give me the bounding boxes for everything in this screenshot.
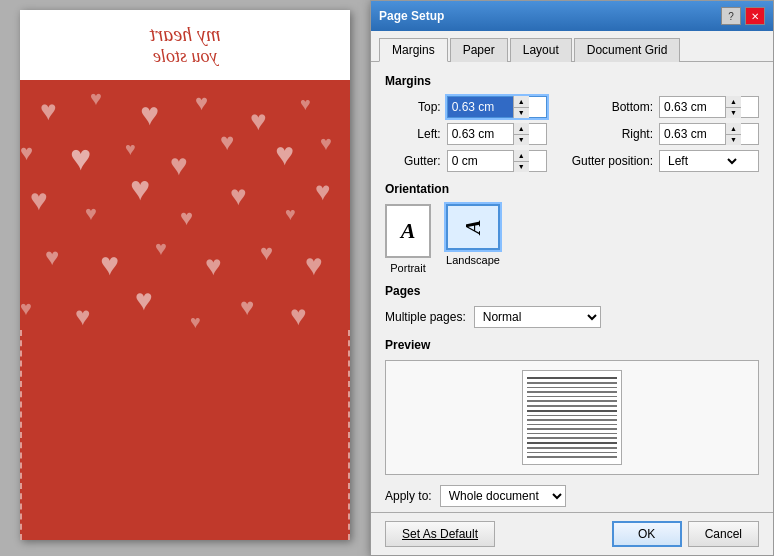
close-button[interactable]: ✕ [745, 7, 765, 25]
svg-text:♥: ♥ [240, 293, 254, 320]
cancel-button[interactable]: Cancel [688, 521, 759, 547]
left-label: Left: [385, 127, 441, 141]
svg-text:♥: ♥ [315, 176, 330, 206]
right-spinner[interactable]: ▲ ▼ [659, 123, 759, 145]
doc-solid-section [20, 330, 350, 540]
landscape-option[interactable]: A Landscape [446, 204, 500, 274]
tab-document-grid[interactable]: Document Grid [574, 38, 681, 62]
preview-section-label: Preview [385, 338, 759, 352]
preview-line-15 [527, 442, 617, 444]
right-arrows: ▲ ▼ [725, 123, 741, 145]
svg-text:♥: ♥ [275, 136, 294, 172]
svg-text:♥: ♥ [90, 87, 102, 109]
svg-text:♥: ♥ [70, 137, 91, 178]
help-button[interactable]: ? [721, 7, 741, 25]
apply-to-row: Apply to: Whole document This point forw… [385, 485, 759, 507]
gutter-input[interactable] [448, 151, 513, 171]
svg-text:♥: ♥ [30, 183, 48, 216]
left-input[interactable] [448, 124, 513, 144]
preview-section: Preview [385, 338, 759, 475]
left-arrows: ▲ ▼ [513, 123, 529, 145]
tab-paper[interactable]: Paper [450, 38, 508, 62]
set-default-button[interactable]: Set As Default [385, 521, 495, 547]
preview-line-3 [527, 387, 617, 389]
preview-line-17 [527, 452, 617, 454]
document-preview: my heart you stole ♥ ♥ ♥ ♥ ♥ ♥ ♥ ♥ ♥ ♥ ♥… [0, 0, 375, 556]
landscape-label: Landscape [446, 254, 500, 266]
preview-line-4 [527, 391, 617, 393]
top-up-btn[interactable]: ▲ [514, 96, 529, 108]
doc-header: my heart you stole [20, 10, 350, 80]
preview-line-16 [527, 447, 617, 449]
bottom-down-btn[interactable]: ▼ [726, 108, 741, 119]
svg-text:♥: ♥ [300, 94, 311, 114]
doc-page: my heart you stole ♥ ♥ ♥ ♥ ♥ ♥ ♥ ♥ ♥ ♥ ♥… [20, 10, 350, 540]
left-spinner[interactable]: ▲ ▼ [447, 123, 547, 145]
preview-line-6 [527, 400, 617, 402]
svg-text:♥: ♥ [100, 246, 119, 282]
dialog-footer: Set As Default OK Cancel [371, 512, 773, 555]
svg-text:♥: ♥ [45, 243, 59, 270]
apply-to-select[interactable]: Whole document This point forward [441, 486, 565, 506]
gutter-spinner[interactable]: ▲ ▼ [447, 150, 547, 172]
bottom-input[interactable] [660, 97, 725, 117]
doc-title-line1: my heart [150, 23, 221, 46]
svg-text:♥: ♥ [75, 301, 90, 330]
gutter-pos-label: Gutter position: [553, 154, 653, 168]
footer-right: OK Cancel [612, 521, 759, 547]
ok-button[interactable]: OK [612, 521, 682, 547]
preview-line-14 [527, 437, 617, 439]
left-down-btn[interactable]: ▼ [514, 135, 529, 146]
portrait-icon: A [385, 204, 431, 258]
gutter-arrows: ▲ ▼ [513, 150, 529, 172]
multiple-pages-label: Multiple pages: [385, 310, 466, 324]
right-up-btn[interactable]: ▲ [726, 123, 741, 135]
margins-form: Top: ▲ ▼ Bottom: ▲ ▼ Left: [385, 96, 759, 172]
preview-line-1 [527, 377, 617, 379]
doc-title-line2: you stole [150, 46, 221, 67]
svg-text:♥: ♥ [320, 132, 332, 154]
svg-text:♥: ♥ [260, 240, 273, 265]
top-label: Top: [385, 100, 441, 114]
pages-section: Pages Multiple pages: Normal Mirror marg… [385, 284, 759, 328]
apply-to-label: Apply to: [385, 489, 432, 503]
landscape-icon: A [446, 204, 500, 250]
right-input[interactable] [660, 124, 725, 144]
top-input[interactable] [448, 97, 513, 117]
preview-line-8 [527, 410, 617, 412]
preview-line-10 [527, 419, 617, 421]
bottom-up-btn[interactable]: ▲ [726, 96, 741, 108]
multiple-pages-dropdown[interactable]: Normal Mirror margins 2 pages per sheet … [474, 306, 601, 328]
gutter-down-btn[interactable]: ▼ [514, 162, 529, 173]
tab-margins[interactable]: Margins [379, 38, 448, 62]
gutter-up-btn[interactable]: ▲ [514, 150, 529, 162]
svg-text:♥: ♥ [180, 205, 193, 230]
left-up-btn[interactable]: ▲ [514, 123, 529, 135]
svg-text:♥: ♥ [220, 128, 234, 155]
apply-to-dropdown[interactable]: Whole document This point forward [440, 485, 566, 507]
pages-row: Multiple pages: Normal Mirror margins 2 … [385, 306, 759, 328]
portrait-option[interactable]: A Portrait [385, 204, 431, 274]
margins-section-label: Margins [385, 74, 759, 88]
footer-left: Set As Default [385, 521, 495, 547]
preview-line-2 [527, 382, 617, 384]
bottom-label: Bottom: [553, 100, 653, 114]
portrait-label: Portrait [390, 262, 425, 274]
preview-page [522, 370, 622, 465]
top-spinner[interactable]: ▲ ▼ [447, 96, 547, 118]
page-setup-dialog: Page Setup ? ✕ Margins Paper Layout Docu… [370, 0, 774, 556]
tab-layout[interactable]: Layout [510, 38, 572, 62]
right-down-btn[interactable]: ▼ [726, 135, 741, 146]
dialog-title: Page Setup [379, 9, 444, 23]
svg-text:♥: ♥ [230, 180, 247, 211]
svg-text:♥: ♥ [140, 96, 159, 132]
svg-text:♥: ♥ [170, 148, 188, 181]
gutter-pos-dropdown[interactable]: Left Top [659, 150, 759, 172]
multiple-pages-select[interactable]: Normal Mirror margins 2 pages per sheet … [475, 307, 600, 327]
gutter-pos-select[interactable]: Left Top [660, 151, 740, 171]
top-down-btn[interactable]: ▼ [514, 108, 529, 119]
svg-text:♥: ♥ [40, 95, 57, 126]
tabs-bar: Margins Paper Layout Document Grid [371, 31, 773, 62]
bottom-spinner[interactable]: ▲ ▼ [659, 96, 759, 118]
preview-line-9 [527, 415, 617, 417]
